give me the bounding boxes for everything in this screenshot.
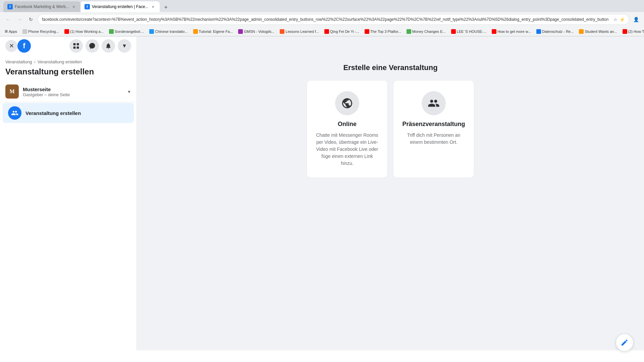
close-icon: ✕ [9,42,14,50]
url-text: facebook.com/events/create?acontext=%7B%… [42,17,613,22]
bookmark-label-7: Lessons Learned f... [285,29,319,34]
bookmark-13[interactable]: Datenschutz - Re... [535,28,575,35]
bookmark-favicon-10 [407,29,411,34]
forward-button[interactable]: → [15,15,24,24]
bookmark-1[interactable]: Phone Recycling... [21,28,60,35]
create-event-container: Erstelle eine Veranstaltung Online Chatt… [307,63,474,178]
messenger-button[interactable] [86,39,99,53]
main-content: Erstelle eine Veranstaltung Online Chatt… [137,37,644,350]
bookmark-label-13: Datenschutz - Re... [542,29,574,34]
bookmark-favicon-9 [365,29,369,34]
bookmark-12[interactable]: How to get more w... [490,28,532,35]
page-wrapper: ✕ f ▼ Veranst [0,37,644,350]
reload-button[interactable]: ↻ [26,15,36,24]
bookmark-star-icon[interactable]: ☆ [613,17,618,22]
tab-active[interactable]: f Veranstaltung erstellen | Face... ✕ [80,1,160,12]
breadcrumb-separator: › [34,59,36,64]
svg-rect-0 [73,43,76,46]
globe-icon [341,97,353,109]
bookmark-11[interactable]: LEE 'S HOUSE-... [450,28,488,35]
bookmark-favicon-14 [579,29,584,34]
bookmark-favicon-8 [324,29,329,34]
presence-option-title: Präsenzveranstaltung [402,121,465,128]
tab-bar: f Facebook Marketing & Werb... ✕ f Veran… [0,0,644,12]
event-options: Online Chatte mit Messenger Rooms per Vi… [307,80,474,178]
create-event-heading: Erstelle eine Veranstaltung [307,63,474,72]
bookmark-favicon-2 [64,29,69,34]
bookmark-9[interactable]: The Top 3 Platfor... [363,28,402,35]
account-info: Musterseite Gastgeber – deine Seite [23,86,123,97]
compose-icon [621,339,629,347]
bookmark-label-3: Sonderangebot:... [115,29,144,34]
bookmark-favicon-12 [492,29,496,34]
sidebar: ✕ f ▼ Veranst [0,37,137,350]
address-bar: ← → ↻ facebook.com/events/create?acontex… [0,12,644,27]
compose-button[interactable] [616,334,633,351]
svg-rect-2 [73,47,76,49]
bookmark-label-1: Phone Recycling... [28,29,59,34]
back-button[interactable]: ← [3,15,13,24]
account-chevron-icon: ▼ [127,89,131,94]
people-icon [428,97,440,109]
avatar: M [5,85,19,99]
chevron-down-icon: ▼ [122,43,127,49]
bookmark-favicon-4 [149,29,154,34]
nav-item-create-event[interactable]: Veranstaltung erstellen [3,103,134,123]
online-event-option[interactable]: Online Chatte mit Messenger Rooms per Vi… [307,80,388,178]
bookmark-label-2: (1) How Working a... [70,29,104,34]
bookmark-label-15: (2) How To Add A... [628,29,644,34]
presence-icon-circle [422,91,446,115]
bookmark-label-5: Tutorial: Eigene Fa... [199,29,233,34]
tab-close-1[interactable]: ✕ [71,4,76,9]
svg-rect-1 [77,43,79,46]
new-tab-button[interactable]: + [161,3,170,12]
bookmark-favicon-1 [22,29,27,34]
account-selector[interactable]: M Musterseite Gastgeber – deine Seite ▼ [0,82,137,102]
presence-event-option[interactable]: Präsenzveranstaltung Triff dich mit Pers… [393,80,474,178]
apps-button[interactable] [69,39,83,53]
bookmark-label: Apps [9,29,17,34]
presence-option-desc: Triff dich mit Personen an einem bestimm… [401,132,466,146]
bookmark-3[interactable]: Sonderangebot:... [108,28,145,35]
bookmark-8[interactable]: Qing Fei De Yi -... [323,28,361,35]
create-event-icon [8,106,21,120]
close-button[interactable]: ✕ [5,40,17,52]
nav-item-label: Veranstaltung erstellen [25,110,81,116]
bookmark-4[interactable]: Chinese translatio... [148,28,189,35]
avatar-text: M [5,84,19,100]
breadcrumb-current: Veranstaltung erstellen [38,59,82,64]
notifications-button[interactable] [102,39,115,53]
bookmark-label-11: LEE 'S HOUSE-... [457,29,486,34]
bookmark-15[interactable]: (2) How To Add A... [621,28,644,35]
account-name: Musterseite [23,86,123,92]
bookmark-favicon-7 [280,29,284,34]
bookmark-2[interactable]: (1) How Working a... [63,28,105,35]
bookmarks-bar: ⊞ Apps Phone Recycling... (1) How Workin… [0,27,644,36]
bookmark-favicon-6 [238,29,243,34]
more-button[interactable]: ▼ [118,39,131,53]
bookmark-label-12: How to get more w... [497,29,531,34]
bookmark-label-10: Money Changes E... [412,29,446,34]
tab-inactive[interactable]: f Facebook Marketing & Werb... ✕ [3,1,80,12]
tab-close-2[interactable]: ✕ [150,4,156,9]
bookmark-6[interactable]: GMSN - Vologds... [237,28,276,35]
facebook-logo: f [17,39,31,53]
bookmark-label-8: Qing Fei De Yi -... [330,29,359,34]
apps-grid-icon: ⊞ [5,29,8,34]
url-icons: ☆ ⚡ [613,17,625,22]
user-profile-icon[interactable]: 👤 [631,15,641,24]
tab-favicon-1: f [7,4,13,9]
bookmark-10[interactable]: Money Changes E... [405,28,447,35]
url-bar[interactable]: facebook.com/events/create?acontext=%7B%… [38,14,629,25]
online-icon-circle [335,91,359,115]
bookmark-14[interactable]: Student Wants an... [578,28,618,35]
fb-top-bar: ✕ f ▼ [0,37,137,55]
bookmark-7[interactable]: Lessons Learned f... [278,28,320,35]
bookmark-apps[interactable]: ⊞ Apps [3,28,18,34]
account-subtitle: Gastgeber – deine Seite [23,92,123,97]
breadcrumb-parent[interactable]: Veranstaltung [5,59,32,64]
bookmark-5[interactable]: Tutorial: Eigene Fa... [192,28,234,35]
bookmark-favicon-15 [623,29,627,34]
extension-icon[interactable]: ⚡ [620,17,625,22]
breadcrumb: Veranstaltung › Veranstaltung erstellen [0,55,137,66]
